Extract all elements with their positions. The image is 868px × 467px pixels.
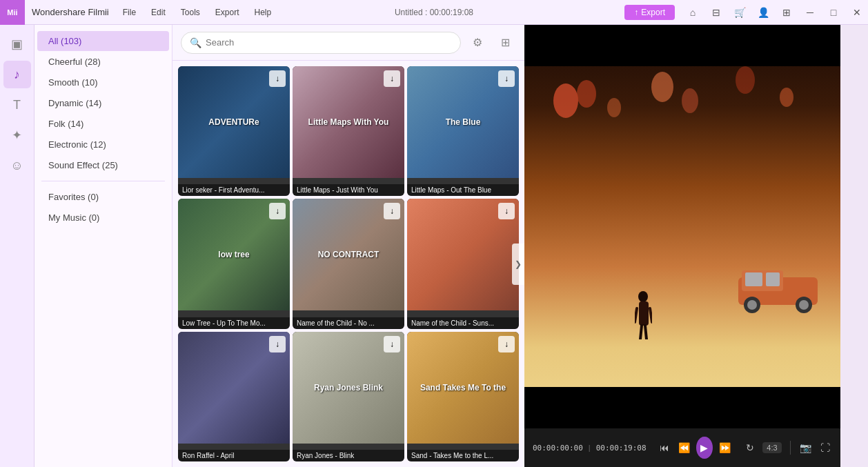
music-grid-area: 🔍 ⚙ ⊞ ADVENTURe ↓ xyxy=(172,25,524,467)
project-name: Untitled : xyxy=(395,8,427,17)
music-card-little-maps-2[interactable]: The Blue ↓ Little Maps - Out The Blue xyxy=(407,66,519,196)
search-box[interactable]: 🔍 xyxy=(181,32,461,54)
music-card-adventure[interactable]: ADVENTURe ↓ Lior seker - First Adventu..… xyxy=(178,66,290,196)
category-favorites[interactable]: Favorites (0) xyxy=(37,187,169,207)
play-button[interactable]: ▶ xyxy=(696,437,712,459)
fullscreen-button[interactable]: ⛶ xyxy=(818,438,832,457)
category-all[interactable]: All (103) xyxy=(37,31,169,51)
close-button[interactable]: ✕ xyxy=(846,3,868,22)
card-label-6: Ron Raffel - April xyxy=(178,450,290,461)
svg-rect-9 xyxy=(745,272,762,286)
step-back-button[interactable]: ⏪ xyxy=(677,438,691,457)
category-electronic[interactable]: Electronic (12) xyxy=(37,135,169,155)
music-card-no-contract[interactable]: NO CONTRACT ↓ Name of the Child - No ... xyxy=(293,199,404,328)
sidebar-item-text[interactable]: T xyxy=(3,91,31,119)
snapshot-button[interactable]: 📷 xyxy=(798,438,812,457)
download-btn-7[interactable]: ↓ xyxy=(384,336,400,352)
preview-controls: 00:00:00:00 | 00:00:19:08 ⏮ ⏪ ▶ ⏩ ↻ 4:3 … xyxy=(524,428,840,467)
rewind-start-button[interactable]: ⏮ xyxy=(658,438,671,457)
download-btn-3[interactable]: ↓ xyxy=(269,203,286,219)
media-icon: ▣ xyxy=(11,37,23,52)
music-card-sand[interactable]: Sand Takes Me To the ↓ Sand - Takes Me t… xyxy=(407,332,519,461)
category-smooth[interactable]: Smooth (10) xyxy=(37,72,169,92)
profile-button[interactable]: 👤 xyxy=(752,3,774,22)
music-panel: All (103) Cheerful (28) Smooth (10) Dyna… xyxy=(34,25,524,467)
card-label-2: Little Maps - Out The Blue xyxy=(407,184,519,196)
menu-bar: File Edit Tools Export Help xyxy=(116,5,278,20)
music-card-sunset[interactable]: ↓ Name of the Child - Suns... xyxy=(407,199,519,328)
card-label-0: Lior seker - First Adventu... xyxy=(178,184,290,196)
svg-line-18 xyxy=(650,308,652,322)
video-preview xyxy=(524,25,840,428)
letterbox-bottom xyxy=(524,387,840,428)
card-label-5: Name of the Child - Suns... xyxy=(407,317,519,329)
menu-edit[interactable]: Edit xyxy=(144,5,172,20)
card-label-7: Ryan Jones - Blink xyxy=(293,450,404,461)
grid-view-button[interactable]: ⊞ xyxy=(494,32,516,54)
project-info: Untitled : 00:00:19:08 xyxy=(395,8,473,17)
download-btn-0[interactable]: ↓ xyxy=(269,70,286,87)
svg-point-6 xyxy=(780,88,793,107)
sidebar-item-media[interactable]: ▣ xyxy=(3,30,31,58)
category-dynamic[interactable]: Dynamic (14) xyxy=(37,93,169,113)
category-folk[interactable]: Folk (14) xyxy=(37,114,169,134)
cart-button[interactable]: 🛒 xyxy=(729,3,751,22)
category-sidebar: All (103) Cheerful (28) Smooth (10) Dyna… xyxy=(34,25,172,467)
svg-point-15 xyxy=(638,291,648,302)
scroll-right-arrow[interactable]: ❯ xyxy=(512,244,524,285)
category-cheerful[interactable]: Cheerful (28) xyxy=(37,52,169,72)
maximize-button[interactable]: □ xyxy=(822,3,845,22)
scene-background xyxy=(524,25,840,428)
step-forward-button[interactable]: ⏩ xyxy=(718,438,732,457)
download-btn-6[interactable]: ↓ xyxy=(269,336,286,352)
filter-icon: ⚙ xyxy=(473,36,482,49)
main-layout: ▣ ♪ T ✦ ☺ All (103) Cheerful (28) Smooth… xyxy=(0,25,868,467)
aspect-ratio-button[interactable]: 4:3 xyxy=(762,442,781,453)
download-btn-8[interactable]: ↓ xyxy=(498,336,515,352)
titlebar: Mii Wondershare Filmii File Edit Tools E… xyxy=(0,0,868,25)
category-sound-effect[interactable]: Sound Effect (25) xyxy=(37,155,169,175)
music-card-little-maps-1[interactable]: Little Maps With You ↓ Little Maps - Jus… xyxy=(293,66,404,196)
music-card-ron-raffel[interactable]: ↓ Ron Raffel - April xyxy=(178,332,290,461)
menu-export[interactable]: Export xyxy=(208,5,246,20)
music-card-ryan-jones[interactable]: Ryan Jones Blink ↓ Ryan Jones - Blink xyxy=(293,332,404,461)
van-svg xyxy=(735,260,825,315)
sidebar-item-effects[interactable]: ✦ xyxy=(3,121,31,149)
music-icon: ♪ xyxy=(14,68,20,82)
sidebar-item-music[interactable]: ♪ xyxy=(3,61,31,88)
bookmark-button[interactable]: ⊟ xyxy=(705,3,727,22)
download-btn-2[interactable]: ↓ xyxy=(498,70,515,87)
search-input[interactable] xyxy=(206,37,452,48)
category-my-music[interactable]: My Music (0) xyxy=(37,208,169,228)
app-logo: Mii xyxy=(0,0,25,25)
titlebar-actions: ↑ Export ⌂ ⊟ 🛒 👤 ⊞ ─ □ ✕ xyxy=(624,3,868,22)
menu-tools[interactable]: Tools xyxy=(174,5,207,20)
svg-line-19 xyxy=(640,326,642,339)
svg-point-2 xyxy=(607,98,621,117)
download-btn-1[interactable]: ↓ xyxy=(384,70,400,87)
total-time: 00:00:19:08 xyxy=(596,444,647,453)
svg-point-12 xyxy=(747,300,757,310)
download-btn-4[interactable]: ↓ xyxy=(384,203,400,219)
category-divider xyxy=(41,181,165,181)
svg-point-4 xyxy=(682,88,698,113)
minimize-button[interactable]: ─ xyxy=(799,3,821,22)
home-button[interactable]: ⌂ xyxy=(682,3,704,22)
svg-point-14 xyxy=(799,300,809,310)
filter-button[interactable]: ⚙ xyxy=(466,32,489,54)
app-brand: Wondershare Filmii xyxy=(25,7,116,17)
music-grid: ADVENTURe ↓ Lior seker - First Adventu..… xyxy=(172,61,524,467)
stickers-icon: ☺ xyxy=(10,159,23,173)
card-label-4: Name of the Child - No ... xyxy=(293,317,404,329)
sidebar-item-stickers[interactable]: ☺ xyxy=(3,152,31,179)
music-card-low-tree[interactable]: low tree ↓ Low Tree - Up To The Mo... xyxy=(178,199,290,328)
menu-file[interactable]: File xyxy=(116,5,143,20)
download-btn-5[interactable]: ↓ xyxy=(498,203,515,219)
export-button[interactable]: ↑ Export xyxy=(624,5,675,20)
export-icon: ↑ xyxy=(634,8,638,17)
template-button[interactable]: ⊞ xyxy=(776,3,798,22)
icon-sidebar: ▣ ♪ T ✦ ☺ xyxy=(0,25,34,467)
loop-button[interactable]: ↻ xyxy=(743,438,757,457)
project-timecode: 00:00:19:08 xyxy=(430,8,473,17)
menu-help[interactable]: Help xyxy=(247,5,278,20)
